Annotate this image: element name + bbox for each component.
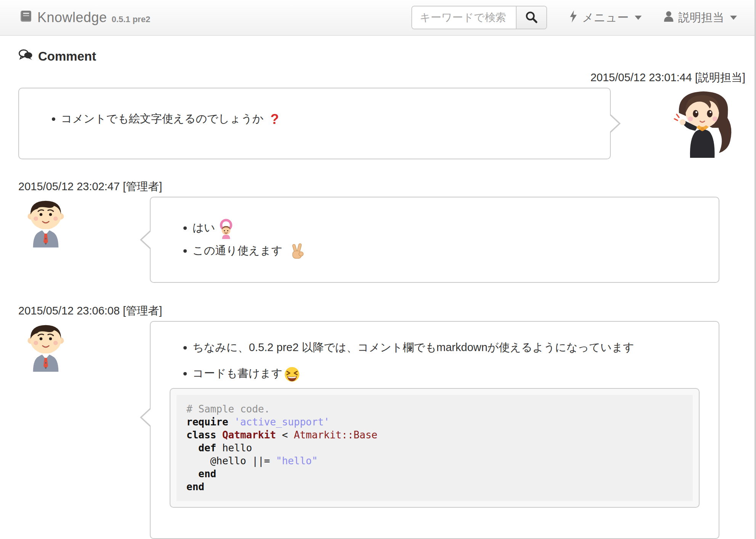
code-line: end	[186, 467, 683, 480]
menu-label: メニュー	[582, 10, 629, 26]
comments-icon	[18, 49, 33, 64]
comment-line: コードも書けます	[193, 364, 700, 382]
search-button[interactable]	[516, 6, 546, 29]
code-line: class Qatmarkit < Atmarkit::Base	[186, 428, 683, 441]
code-block: # Sample code. require 'active_support' …	[170, 388, 700, 508]
book-icon	[19, 10, 33, 25]
viewport-scrollbar[interactable]	[754, 0, 756, 539]
menu-dropdown[interactable]: メニュー	[569, 10, 642, 26]
comment-bubble: ちなみに、0.5.2 pre2 以降では、コメント欄でもmarkdownが使える…	[150, 321, 719, 539]
app-title: Knowledge	[37, 10, 107, 26]
user-icon	[664, 11, 674, 24]
grinning-squinting-face-emoji	[284, 366, 300, 382]
avatar-businessman	[27, 199, 65, 249]
victory-hand-emoji	[289, 243, 306, 261]
caret-down-icon	[635, 16, 642, 20]
app-logo-link[interactable]: Knowledge 0.5.1 pre2	[19, 10, 150, 26]
code-line: require 'active_support'	[186, 415, 683, 428]
search-group	[411, 6, 547, 29]
app-version: 0.5.1 pre2	[112, 14, 151, 24]
comment-bubble: はい この通り使えます	[150, 197, 719, 283]
search-icon	[525, 11, 538, 25]
code-line: # Sample code.	[186, 403, 683, 415]
user-dropdown[interactable]: 説明担当	[664, 10, 737, 26]
red-question-mark-emoji: ?	[271, 111, 279, 127]
flash-icon	[569, 10, 578, 25]
avatar-businessman	[27, 323, 65, 374]
comment-line: コメントでも絵文字使えるのでしょうか ?	[61, 110, 591, 128]
user-name-label: 説明担当	[678, 10, 724, 26]
comment-timestamp: 2015/05/12 23:06:08 [管理者]	[18, 303, 738, 318]
comment-line: ちなみに、0.5.2 pre2 以降では、コメント欄でもmarkdownが使える…	[193, 338, 700, 356]
comment-3: 2015/05/12 23:06:08 [管理者] ちなみに、0.5.2 pre…	[18, 303, 738, 539]
comment-2: 2015/05/12 23:02:47 [管理者] はい この通り使えます	[18, 179, 738, 283]
code-line: end	[186, 480, 683, 493]
comments-heading: Comment	[18, 49, 738, 64]
caret-down-icon	[730, 16, 737, 20]
comment-timestamp: 2015/05/12 23:01:44 [説明担当]	[18, 70, 745, 85]
avatar-businesswoman	[668, 89, 742, 159]
comment-bubble: コメントでも絵文字使えるのでしょうか ?	[18, 88, 611, 159]
comment-timestamp: 2015/05/12 23:02:47 [管理者]	[18, 179, 738, 194]
comment-section: Comment 2015/05/12 23:01:44 [説明担当] コメントで…	[0, 36, 756, 539]
comment-line: この通り使えます	[193, 242, 700, 259]
search-input[interactable]	[412, 6, 516, 29]
comment-1: 2015/05/12 23:01:44 [説明担当] コメントでも絵文字使えるの…	[18, 70, 738, 159]
code-line: @hello ||= "hello"	[186, 454, 683, 467]
person-gesturing-ok-emoji	[216, 218, 236, 239]
comments-heading-label: Comment	[38, 49, 96, 64]
comment-line: はい	[193, 219, 700, 236]
code-line: def hello	[186, 441, 683, 454]
top-navbar: Knowledge 0.5.1 pre2 メニュー 説明担当	[0, 0, 756, 36]
